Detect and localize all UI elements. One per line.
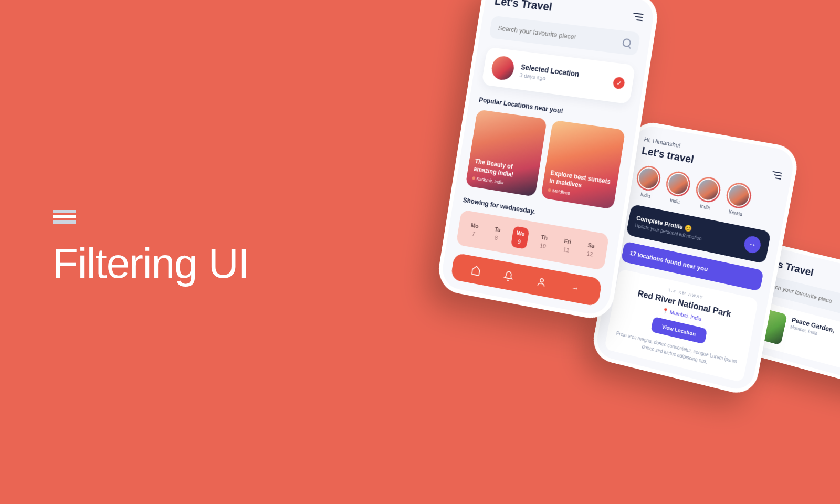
hero-heading: Filtering UI: [52, 239, 249, 288]
filter-icon: [52, 210, 249, 224]
check-icon: ✓: [613, 77, 625, 90]
phone-mockups: Let's Travel Selected Location 3 days ag…: [430, 0, 840, 504]
popular-card-2[interactable]: Explore best sunsets in maldives Maldive…: [541, 120, 625, 209]
day-tu[interactable]: Tu8: [488, 222, 505, 245]
arrow-right-icon[interactable]: →: [569, 282, 581, 295]
day-we[interactable]: We9: [511, 226, 530, 249]
popular-card-1[interactable]: The Beauty of amazing India! Kashmir, In…: [465, 109, 547, 197]
arrow-right-icon[interactable]: →: [743, 235, 762, 254]
svg-point-0: [540, 278, 543, 282]
menu-icon[interactable]: [771, 171, 782, 180]
location-thumbnail: [490, 55, 516, 81]
home-icon[interactable]: [470, 264, 481, 276]
story-item[interactable]: Kerala: [723, 181, 753, 218]
day-sa[interactable]: Sa12: [582, 238, 600, 261]
search-input[interactable]: [498, 24, 611, 45]
day-fri[interactable]: Fri11: [558, 234, 576, 257]
day-mo[interactable]: Mo7: [465, 218, 484, 242]
search-icon: [622, 38, 632, 48]
menu-icon[interactable]: [632, 13, 643, 21]
selected-location-card[interactable]: Selected Location 3 days ago ✓: [481, 47, 635, 104]
story-item[interactable]: India: [633, 164, 662, 200]
story-item[interactable]: India: [692, 175, 722, 212]
app-title: Let's Travel: [494, 0, 553, 14]
story-item[interactable]: India: [663, 170, 692, 206]
hero-title: Filtering UI: [52, 210, 249, 288]
bell-icon[interactable]: [503, 270, 514, 282]
user-icon[interactable]: [536, 276, 548, 288]
day-th[interactable]: Th10: [535, 230, 553, 254]
